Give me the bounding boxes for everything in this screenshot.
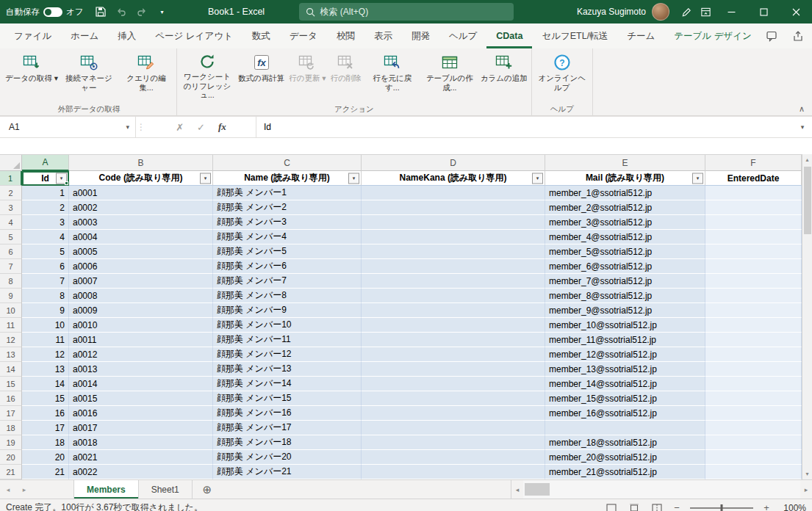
cell-E17[interactable]: member_16@ssotrial512.jp bbox=[545, 406, 705, 421]
ribbon-tab-developer[interactable]: 開発 bbox=[402, 23, 439, 48]
scroll-left-icon[interactable]: ◂ bbox=[511, 486, 523, 493]
enter-icon[interactable]: ✓ bbox=[197, 122, 205, 133]
cell-B18[interactable]: a0017 bbox=[69, 421, 213, 435]
zoom-level[interactable]: 100% bbox=[778, 503, 806, 511]
maximize-button[interactable] bbox=[747, 0, 780, 23]
scroll-right-icon[interactable]: ▸ bbox=[800, 486, 812, 493]
cell-B12[interactable]: a0011 bbox=[69, 333, 213, 347]
row-header-3[interactable]: 3 bbox=[0, 200, 22, 215]
column-header-B[interactable]: B bbox=[69, 155, 213, 171]
row-header-19[interactable]: 19 bbox=[0, 435, 22, 450]
cell-C18[interactable]: 顔那美 メンバー17 bbox=[213, 421, 362, 435]
cell-D20[interactable] bbox=[362, 450, 545, 465]
horizontal-scrollbar-thumb[interactable] bbox=[525, 483, 550, 496]
cell-A9[interactable]: 8 bbox=[22, 289, 69, 303]
row-header-13[interactable]: 13 bbox=[0, 347, 22, 362]
sheet-tab-sheet1[interactable]: Sheet1 bbox=[139, 480, 193, 499]
ribbon-tab-page-layout[interactable]: ページ レイアウト bbox=[145, 23, 242, 48]
row-header-20[interactable]: 20 bbox=[0, 450, 22, 465]
cell-E10[interactable]: member_9@ssotrial512.jp bbox=[545, 303, 705, 318]
ribbon-tab-help[interactable]: ヘルプ bbox=[439, 23, 486, 48]
cell-B7[interactable]: a0006 bbox=[69, 259, 213, 274]
close-button[interactable] bbox=[780, 0, 812, 23]
horizontal-scrollbar-track[interactable] bbox=[523, 480, 800, 499]
filter-dropdown-icon-E[interactable]: ▾ bbox=[692, 173, 703, 184]
cell-C3[interactable]: 顔那美 メンバー2 bbox=[213, 200, 362, 215]
row-header-9[interactable]: 9 bbox=[0, 289, 22, 303]
cell-B9[interactable]: a0008 bbox=[69, 289, 213, 303]
vertical-scrollbar[interactable]: ▴ ▾ bbox=[802, 154, 812, 479]
ink-pen-icon[interactable] bbox=[677, 2, 696, 21]
cell-F21[interactable] bbox=[705, 465, 802, 479]
filter-dropdown-icon-B[interactable]: ▾ bbox=[200, 173, 211, 184]
cell-B6[interactable]: a0005 bbox=[69, 244, 213, 259]
cell-C15[interactable]: 顔那美 メンバー14 bbox=[213, 377, 362, 391]
ribbon-tab-cdata[interactable]: CData bbox=[486, 23, 532, 48]
cell-C1[interactable]: Name (読み取り専用)▾ bbox=[213, 171, 362, 186]
column-header-A[interactable]: A bbox=[22, 155, 69, 171]
cell-A18[interactable]: 17 bbox=[22, 421, 69, 435]
ribbon-tab-self-etl[interactable]: セルフETL/転送 bbox=[532, 23, 617, 48]
cell-A16[interactable]: 15 bbox=[22, 391, 69, 406]
add-column-button[interactable]: カラムの追加 bbox=[478, 51, 530, 101]
cell-F15[interactable] bbox=[705, 377, 802, 391]
cell-E11[interactable]: member_10@ssotrial512.jp bbox=[545, 318, 705, 333]
cell-F11[interactable] bbox=[705, 318, 802, 333]
row-header-6[interactable]: 6 bbox=[0, 244, 22, 259]
zoom-slider-knob[interactable] bbox=[721, 504, 723, 511]
name-box[interactable]: A1 ▾ bbox=[0, 117, 136, 137]
new-sheet-button[interactable]: ⊕ bbox=[197, 480, 218, 499]
cell-A10[interactable]: 9 bbox=[22, 303, 69, 318]
cell-D17[interactable] bbox=[362, 406, 545, 421]
recalculate-button[interactable]: fx数式の再計算 bbox=[236, 51, 287, 101]
filter-dropdown-icon-C[interactable]: ▾ bbox=[348, 173, 359, 184]
cell-C4[interactable]: 顔那美 メンバー3 bbox=[213, 215, 362, 230]
cell-B8[interactable]: a0007 bbox=[69, 274, 213, 289]
online-help-button[interactable]: ?オンラインヘルプ bbox=[533, 51, 591, 101]
cell-C7[interactable]: 顔那美 メンバー6 bbox=[213, 259, 362, 274]
cell-A7[interactable]: 6 bbox=[22, 259, 69, 274]
user-name[interactable]: Kazuya Sugimoto bbox=[577, 7, 646, 17]
cell-F6[interactable] bbox=[705, 244, 802, 259]
ribbon-tab-home[interactable]: ホーム bbox=[61, 23, 108, 48]
filter-dropdown-icon-D[interactable]: ▾ bbox=[532, 173, 543, 184]
selection-fill-handle[interactable] bbox=[65, 181, 68, 185]
cell-A13[interactable]: 12 bbox=[22, 347, 69, 362]
ribbon-tab-review[interactable]: 校閲 bbox=[327, 23, 364, 48]
cell-B14[interactable]: a0013 bbox=[69, 362, 213, 377]
cell-F7[interactable] bbox=[705, 259, 802, 274]
cell-C12[interactable]: 顔那美 メンバー11 bbox=[213, 333, 362, 347]
cell-D9[interactable] bbox=[362, 289, 545, 303]
cell-D6[interactable] bbox=[362, 244, 545, 259]
cell-D2[interactable] bbox=[362, 186, 545, 200]
cell-A21[interactable]: 21 bbox=[22, 465, 69, 479]
cell-F5[interactable] bbox=[705, 230, 802, 244]
cell-F3[interactable] bbox=[705, 200, 802, 215]
cell-B15[interactable]: a0014 bbox=[69, 377, 213, 391]
row-header-8[interactable]: 8 bbox=[0, 274, 22, 289]
cell-F14[interactable] bbox=[705, 362, 802, 377]
cell-E20[interactable]: member_20@ssotrial512.jp bbox=[545, 450, 705, 465]
cell-B5[interactable]: a0004 bbox=[69, 230, 213, 244]
ribbon-tab-file[interactable]: ファイル bbox=[4, 23, 61, 48]
cell-D12[interactable] bbox=[362, 333, 545, 347]
row-header-14[interactable]: 14 bbox=[0, 362, 22, 377]
cell-B3[interactable]: a0002 bbox=[69, 200, 213, 215]
row-header-10[interactable]: 10 bbox=[0, 303, 22, 318]
cell-D16[interactable] bbox=[362, 391, 545, 406]
cell-A6[interactable]: 5 bbox=[22, 244, 69, 259]
cell-A1[interactable]: Id▾ bbox=[22, 171, 69, 186]
cell-D5[interactable] bbox=[362, 230, 545, 244]
cell-C5[interactable]: 顔那美 メンバー4 bbox=[213, 230, 362, 244]
cell-D8[interactable] bbox=[362, 274, 545, 289]
cell-C9[interactable]: 顔那美 メンバー8 bbox=[213, 289, 362, 303]
cell-D19[interactable] bbox=[362, 435, 545, 450]
cell-E4[interactable]: member_3@ssotrial512.jp bbox=[545, 215, 705, 230]
cell-B10[interactable]: a0009 bbox=[69, 303, 213, 318]
column-header-E[interactable]: E bbox=[545, 155, 705, 171]
cell-D7[interactable] bbox=[362, 259, 545, 274]
cell-A19[interactable]: 18 bbox=[22, 435, 69, 450]
page-layout-view-icon[interactable] bbox=[626, 501, 642, 511]
cell-B17[interactable]: a0016 bbox=[69, 406, 213, 421]
cell-B21[interactable]: a0022 bbox=[69, 465, 213, 479]
